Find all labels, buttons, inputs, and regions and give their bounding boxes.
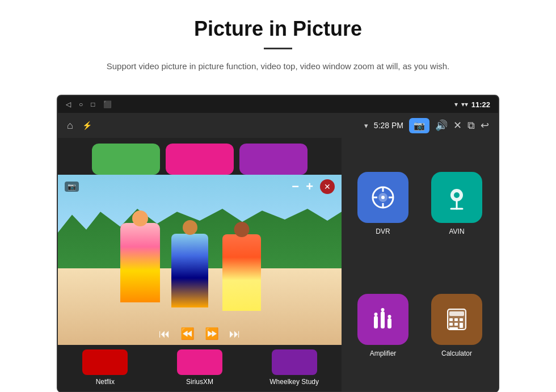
calculator-app-icon-box xyxy=(431,294,482,345)
device-frame: ◁ ○ □ ⬛ ▾ ▾▾ 11:22 ⌂ ⚡ ▾ 5:28 PM 📷 🔊 ✕ ⧉… xyxy=(57,95,499,392)
app-card-dvr[interactable]: DVR xyxy=(357,172,408,235)
svg-point-16 xyxy=(388,315,391,318)
app-label-netflix: Netflix xyxy=(71,349,139,386)
avin-icon xyxy=(443,184,470,211)
video-overlay: 📷 − + ✕ ⏮ ⏪ ⏩ ⏭ xyxy=(58,175,342,345)
header-section: Picture in Picture Support video picture… xyxy=(0,0,556,85)
pip-close-button[interactable]: ✕ xyxy=(320,179,335,194)
status-bar-right: ▾ ▾▾ 11:22 xyxy=(454,100,490,109)
signal-icon: ▾▾ xyxy=(461,100,468,108)
page-title: Picture in Picture xyxy=(34,17,522,41)
svg-rect-13 xyxy=(387,318,391,328)
pip-plus-button[interactable]: + xyxy=(306,179,313,194)
svg-rect-25 xyxy=(449,327,458,330)
status-time: 11:22 xyxy=(471,100,490,109)
svg-rect-20 xyxy=(454,318,458,321)
app-label-siriusxm: SiriusXM xyxy=(166,349,234,386)
person1 xyxy=(120,223,160,302)
back-toolbar-icon[interactable]: ↩ xyxy=(481,119,489,132)
recents-nav-icon[interactable]: □ xyxy=(91,100,95,108)
home-nav-icon[interactable]: ○ xyxy=(79,100,83,108)
prev-track-button[interactable]: ⏮ xyxy=(159,327,170,340)
svg-point-8 xyxy=(454,192,460,198)
volume-toolbar-icon[interactable]: 🔊 xyxy=(435,119,448,132)
amplifier-app-icon-box xyxy=(357,294,408,345)
app-stub-netflix xyxy=(92,144,160,175)
svg-point-15 xyxy=(381,308,385,311)
toolbar-right: ▾ 5:28 PM 📷 🔊 ✕ ⧉ ↩ xyxy=(364,118,489,133)
svg-rect-21 xyxy=(460,318,463,321)
app-card-avin[interactable]: AVIN xyxy=(431,172,482,235)
toolbar-left: ⌂ ⚡ xyxy=(67,120,92,132)
main-area: 📷 − + ✕ ⏮ ⏪ ⏩ ⏭ xyxy=(58,138,498,391)
pip-minus-button[interactable]: − xyxy=(292,179,299,194)
svg-rect-18 xyxy=(449,311,464,316)
video-cam-icon: 📷 xyxy=(65,182,79,192)
svg-point-2 xyxy=(381,196,385,199)
svg-rect-23 xyxy=(454,323,458,326)
dvr-app-icon-box xyxy=(357,172,408,223)
video-controls-bottom: ⏮ ⏪ ⏩ ⏭ xyxy=(58,327,342,340)
apps-grid: DVR AVIN xyxy=(342,138,498,391)
svg-rect-22 xyxy=(449,323,453,326)
beach-scene xyxy=(58,175,342,345)
app-stub-wheelkey xyxy=(239,144,308,175)
svg-rect-12 xyxy=(381,311,385,328)
amplifier-label: Amplifier xyxy=(370,349,397,357)
rewind-button[interactable]: ⏪ xyxy=(180,327,195,340)
avin-app-icon-box xyxy=(431,172,482,223)
pip-toolbar-icon[interactable]: ⧉ xyxy=(467,120,475,132)
video-frame: 📷 − + ✕ ⏮ ⏪ ⏩ ⏭ xyxy=(58,175,342,345)
person2 xyxy=(171,234,208,307)
home-toolbar-icon[interactable]: ⌂ xyxy=(67,120,73,132)
dvr-label: DVR xyxy=(376,227,390,235)
svg-rect-24 xyxy=(460,323,463,328)
wifi-toolbar-icon: ▾ xyxy=(364,121,368,130)
app-label-wheelkey: Wheelkey Study xyxy=(260,349,328,386)
back-nav-icon[interactable]: ◁ xyxy=(66,100,71,108)
amplifier-icon xyxy=(369,306,397,333)
app-card-calculator[interactable]: Calculator xyxy=(431,294,482,357)
apps-row-top xyxy=(58,138,342,175)
app-toolbar: ⌂ ⚡ ▾ 5:28 PM 📷 🔊 ✕ ⧉ ↩ xyxy=(58,113,498,138)
camera-toolbar-button[interactable]: 📷 xyxy=(409,118,429,133)
download-status-icon: ⬛ xyxy=(103,100,112,108)
next-track-button[interactable]: ⏭ xyxy=(229,327,241,340)
usb-toolbar-icon[interactable]: ⚡ xyxy=(82,121,92,130)
video-controls-top: 📷 − + ✕ xyxy=(58,179,342,194)
status-bar-left: ◁ ○ □ ⬛ xyxy=(66,100,112,108)
svg-rect-11 xyxy=(374,316,378,328)
svg-point-14 xyxy=(374,313,378,316)
video-pip-controls: − + ✕ xyxy=(292,179,335,194)
app-stub-siriusxm xyxy=(166,144,234,175)
app-card-amplifier[interactable]: Amplifier xyxy=(357,294,408,357)
title-divider xyxy=(264,48,292,49)
close-toolbar-icon[interactable]: ✕ xyxy=(453,119,462,132)
avin-label: AVIN xyxy=(449,227,464,235)
app-labels-row: Netflix SiriusXM Wheelkey Study xyxy=(58,345,342,391)
pip-section: 📷 − + ✕ ⏮ ⏪ ⏩ ⏭ xyxy=(58,138,342,391)
location-icon: ▾ xyxy=(454,100,458,108)
dvr-icon xyxy=(369,184,397,211)
svg-rect-19 xyxy=(449,318,453,321)
person3 xyxy=(222,234,261,311)
status-bar: ◁ ○ □ ⬛ ▾ ▾▾ 11:22 xyxy=(58,96,498,113)
fast-forward-button[interactable]: ⏩ xyxy=(205,327,219,340)
calculator-label: Calculator xyxy=(441,349,472,357)
toolbar-time: 5:28 PM xyxy=(374,121,403,130)
page-description: Support video picture in picture functio… xyxy=(79,60,477,73)
calculator-icon xyxy=(443,306,470,333)
